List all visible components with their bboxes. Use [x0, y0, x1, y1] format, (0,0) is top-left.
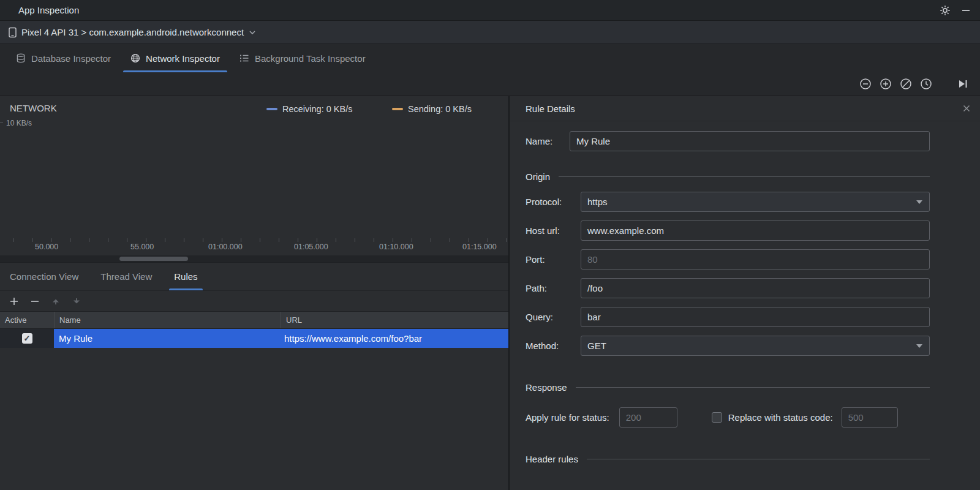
rule-name-cell[interactable]: My Rule — [54, 329, 281, 348]
tab-label: Background Task Inspector — [255, 53, 366, 64]
phone-device-icon — [9, 27, 17, 38]
rule-table-row[interactable]: ✓ My Rule https://www.example.com/foo?ba… — [0, 329, 508, 348]
method-dropdown[interactable]: GET — [581, 336, 930, 356]
zoom-to-selection-clock-icon[interactable] — [920, 78, 932, 90]
column-header-active[interactable]: Active — [0, 312, 54, 328]
close-icon[interactable] — [963, 105, 970, 112]
zoom-out-icon[interactable] — [859, 78, 872, 90]
section-divider — [587, 459, 930, 459]
tab-label: Rules — [174, 271, 197, 282]
tab-label: Thread View — [100, 271, 152, 282]
panel-title: Rule Details — [526, 104, 575, 114]
section-label: Origin — [526, 172, 550, 182]
host-url-input[interactable] — [581, 221, 930, 241]
reset-zoom-icon[interactable] — [900, 78, 912, 90]
time-tick: 55.000 — [130, 243, 154, 251]
tab-database-inspector[interactable]: Database Inspector — [6, 44, 121, 72]
rule-active-cell: ✓ — [0, 329, 54, 348]
section-label: Header rules — [526, 454, 578, 464]
time-tick: 50.000 — [35, 243, 58, 251]
host-field-row: Host url: — [526, 221, 930, 241]
timeline-scrollbar-thumb[interactable] — [119, 257, 188, 261]
y-axis-tick — [0, 123, 3, 123]
network-timeline-chart[interactable]: NETWORK 10 KB/s Receiving: 0 KB/s Sendin… — [0, 96, 508, 263]
response-status-row: Apply rule for status: Replace with stat… — [526, 407, 930, 428]
replace-with-status-label: Replace with status code: — [728, 412, 833, 423]
time-tick: 01:15.000 — [462, 243, 497, 251]
zoom-in-icon[interactable] — [880, 78, 892, 90]
minimize-icon[interactable] — [962, 6, 970, 15]
port-field-row: Port: — [526, 249, 930, 270]
legend-sending-label: Sending: 0 KB/s — [408, 104, 472, 114]
dropdown-arrow-icon — [916, 200, 922, 204]
rule-details-form: Name: Origin Protocol: https — [510, 121, 980, 464]
query-label: Query: — [526, 312, 581, 322]
time-axis: 50.000 55.000 01:00.000 01:05.000 01:10.… — [0, 238, 508, 254]
time-tick: 01:10.000 — [379, 243, 413, 251]
protocol-label: Protocol: — [526, 197, 581, 207]
time-tick: 01:00.000 — [208, 243, 243, 251]
checkmark-icon: ✓ — [24, 334, 31, 343]
query-field-row: Query: — [526, 307, 930, 327]
response-section-header: Response — [526, 382, 930, 393]
chevron-down-icon[interactable] — [249, 30, 256, 35]
tab-rules[interactable]: Rules — [174, 263, 197, 290]
path-input[interactable] — [581, 278, 930, 298]
tab-network-inspector[interactable]: Network Inspector — [121, 44, 230, 72]
remove-rule-icon[interactable] — [31, 297, 39, 306]
protocol-dropdown[interactable]: https — [581, 192, 930, 212]
network-inspector-left-pane: NETWORK 10 KB/s Receiving: 0 KB/s Sendin… — [0, 96, 508, 490]
replace-status-input[interactable] — [842, 407, 898, 428]
column-header-url[interactable]: URL — [281, 312, 508, 328]
track-label: NETWORK — [10, 103, 57, 113]
receiving-color-swatch — [266, 108, 277, 110]
settings-gear-icon[interactable] — [940, 5, 951, 16]
jump-to-live-icon[interactable] — [957, 78, 969, 90]
tab-background-task-inspector[interactable]: Background Task Inspector — [230, 44, 375, 72]
port-input[interactable] — [581, 249, 930, 270]
rule-url-cell[interactable]: https://www.example.com/foo?bar — [281, 329, 508, 348]
title-bar: App Inspection — [0, 0, 980, 20]
method-field-row: Method: GET — [526, 336, 930, 356]
query-input[interactable] — [581, 307, 930, 327]
y-axis-max-label: 10 KB/s — [6, 119, 32, 127]
apply-rule-for-status-label: Apply rule for status: — [526, 412, 609, 423]
tab-label: Database Inspector — [31, 53, 111, 64]
tab-connection-view[interactable]: Connection View — [10, 263, 78, 290]
device-process-bar: Pixel 4 API 31 > com.example.android.net… — [0, 20, 980, 44]
port-label: Port: — [526, 254, 581, 265]
timeline-scrollbar[interactable] — [0, 255, 508, 262]
method-selected-value: GET — [587, 341, 606, 351]
header-rules-section-header: Header rules — [526, 453, 930, 464]
time-tick: 01:05.000 — [294, 243, 328, 251]
main-content: NETWORK 10 KB/s Receiving: 0 KB/s Sendin… — [0, 96, 980, 490]
section-divider — [559, 176, 930, 177]
move-up-icon[interactable] — [51, 297, 60, 306]
active-tab-underline — [123, 70, 227, 72]
dropdown-arrow-icon — [916, 344, 922, 348]
sending-color-swatch — [392, 108, 403, 110]
legend-receiving-label: Receiving: 0 KB/s — [282, 104, 352, 114]
method-label: Method: — [526, 341, 581, 351]
inspector-tab-bar: Database Inspector Network Inspector — [0, 44, 980, 72]
add-rule-icon[interactable] — [10, 297, 18, 306]
rule-active-checkbox[interactable]: ✓ — [22, 333, 32, 344]
rule-name-input[interactable] — [570, 131, 930, 151]
rule-details-header: Rule Details — [510, 96, 980, 121]
apply-status-input[interactable] — [619, 407, 677, 428]
rules-table-header: Active Name URL — [0, 311, 508, 329]
app-inspection-window: App Inspection Pixel 4 API 31 > com.exam… — [0, 0, 980, 490]
window-title: App Inspection — [18, 5, 79, 15]
database-icon — [16, 53, 26, 63]
tab-thread-view[interactable]: Thread View — [100, 263, 152, 290]
device-process-selector[interactable]: Pixel 4 API 31 > com.example.android.net… — [21, 27, 244, 37]
move-down-icon[interactable] — [72, 297, 81, 306]
replace-status-checkbox[interactable] — [712, 412, 722, 423]
path-field-row: Path: — [526, 278, 930, 298]
legend-receiving: Receiving: 0 KB/s — [266, 104, 352, 114]
rules-toolbar — [0, 291, 508, 311]
view-tab-bar: Connection View Thread View Rules — [0, 263, 508, 291]
host-label: Host url: — [526, 225, 581, 236]
column-header-name[interactable]: Name — [54, 312, 281, 328]
legend-sending: Sending: 0 KB/s — [392, 104, 472, 114]
